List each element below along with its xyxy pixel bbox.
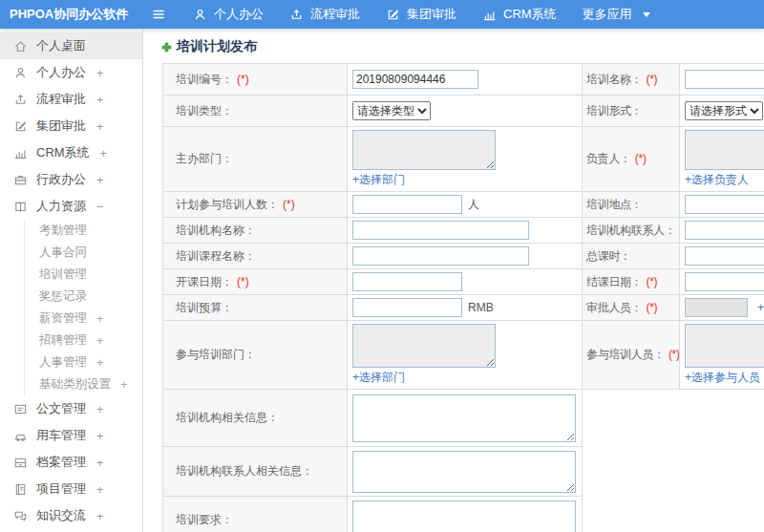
car-icon [13,429,28,443]
total-hours-input[interactable] [685,246,764,266]
expand-toggle[interactable]: + [96,333,104,348]
label-text: 开课日期： [176,275,233,288]
org-info-textarea[interactable] [352,394,576,442]
org-contact-input[interactable] [685,221,764,240]
label-text: 主办部门： [176,152,233,165]
sidebar-subitem-attendance[interactable]: 考勤管理 [25,220,142,242]
sidebar-item-archive-mgmt[interactable]: 档案管理 + [0,449,142,476]
expand-toggle[interactable]: + [96,402,104,416]
nav-more-apps[interactable]: 更多应用 [583,6,650,23]
sidebar-subitem-training-mgmt[interactable]: 培训管理 [25,264,142,286]
approver-input[interactable] [685,298,748,317]
expand-toggle[interactable]: + [96,311,104,326]
expand-toggle[interactable]: + [96,456,104,470]
select-dept-link[interactable]: +选择部门 [352,173,405,186]
sidebar-item-human-resources[interactable]: 人力资源 − [0,193,142,220]
sidebar-subitem-label: 招聘管理 [39,332,87,349]
sidebar-item-official-doc[interactable]: 公文管理 + [0,395,142,422]
training-no-input[interactable] [352,70,478,89]
planned-count-input[interactable] [352,195,462,214]
select-approver-link[interactable]: +选择审批人员 [757,300,764,316]
form-row: 参与培训部门： +选择部门 参与培训人员：(*) +选择参与人员 [163,321,764,390]
requirements-label: 培训要求： [163,497,348,532]
sidebar-item-crm-system[interactable]: CRM系统 + [0,139,142,166]
bar-chart-icon [13,146,28,160]
training-form-select[interactable]: 请选择形式 [685,101,763,120]
sidebar-subitem-recruit-mgmt[interactable]: 招聘管理 + [25,330,142,351]
org-name-input[interactable] [352,221,529,240]
nav-personal-office[interactable]: 个人办公 [193,6,264,23]
sidebar-subitem-salary-mgmt[interactable]: 薪资管理 + [25,308,142,330]
sidebar-item-workflow-approval[interactable]: 流程审批 + [0,86,142,113]
sidebar-subitem-label: 人事管理 [39,354,87,371]
course-name-input[interactable] [352,246,529,266]
leader-textarea[interactable] [685,130,764,170]
expand-toggle[interactable]: + [96,66,104,80]
nav-workflow-approval[interactable]: 流程审批 [289,6,360,23]
label-text: 培训机构联系人： [586,223,676,237]
training-no-label: 培训编号：(*) [163,64,348,96]
training-type-label: 培训类型： [163,96,348,127]
nav-crm-system[interactable]: CRM系统 [482,6,557,23]
sidebar-item-label: 个人桌面 [36,37,86,54]
document-icon [13,402,28,416]
sidebar-item-project-mgmt[interactable]: 项目管理 + [0,476,142,502]
training-name-input[interactable] [685,70,764,89]
budget-input[interactable] [352,298,462,317]
expand-toggle[interactable]: + [96,93,104,107]
briefcase-icon [13,173,28,187]
sidebar-item-group-approval[interactable]: 集团审批 + [0,113,142,139]
form-row: 培训类型： 请选择类型 培训形式： 请选择形式 [163,96,764,127]
org-name-label: 培训机构名称： [163,218,348,244]
expand-toggle[interactable]: + [96,173,104,187]
nav-group-approval[interactable]: 集团审批 [386,6,456,23]
participants-textarea[interactable] [685,324,764,368]
sidebar-subitem-hr-contract[interactable]: 人事合同 [25,242,142,264]
label-text: 培训地点： [586,198,643,211]
page-title-text: 培训计划发布 [177,38,257,55]
location-input[interactable] [685,195,764,214]
label-text: 培训机构名称： [176,223,256,237]
sidebar-item-label: 集团审批 [36,117,86,135]
participate-dept-textarea[interactable] [352,324,496,368]
sidebar-item-admin-office[interactable]: 行政办公 + [0,166,142,193]
label-text: 结课日期： [586,275,643,288]
sidebar-subitem-reward-punish[interactable]: 奖惩记录 [25,286,142,308]
expand-toggle[interactable]: + [96,509,104,523]
planned-count-label: 计划参与培训人数：(*) [163,192,348,218]
label-text: 培训要求： [176,513,233,526]
sidebar: 个人桌面 个人办公 + 流程审批 + 集团审批 + CRM系统 + 行政办公 +… [0,29,143,532]
menu-toggle-icon[interactable] [151,7,166,22]
select-dept-link[interactable]: +选择部门 [352,371,405,384]
expand-toggle[interactable]: + [96,119,104,134]
select-leader-link[interactable]: +选择负责人 [685,173,749,186]
select-participants-link[interactable]: +选择参与人员 [685,371,760,384]
training-type-select[interactable]: 请选择类型 [352,101,431,120]
edit-square-icon [13,119,28,134]
start-date-input[interactable] [352,272,462,291]
sidebar-item-personal-desktop[interactable]: 个人桌面 [0,32,142,59]
expand-toggle[interactable]: + [96,429,104,443]
approver-label: 审批人员：(*) [583,295,680,321]
collapse-toggle[interactable]: − [96,200,104,214]
workflow-icon [289,8,304,22]
requirements-textarea[interactable] [352,500,576,532]
sidebar-item-knowledge[interactable]: 知识交流 + [0,502,142,529]
end-date-input[interactable] [685,272,764,291]
expand-toggle[interactable]: + [100,146,108,160]
sidebar-subitem-base-category[interactable]: 基础类别设置 + [25,373,142,395]
expand-toggle[interactable]: + [96,355,104,370]
host-dept-textarea[interactable] [352,130,496,170]
expand-toggle[interactable]: + [120,377,128,392]
sidebar-item-vehicle-mgmt[interactable]: 用车管理 + [0,422,142,449]
sidebar-subitem-personnel-mgmt[interactable]: 人事管理 + [25,351,142,373]
sidebar-item-label: 用车管理 [36,427,86,444]
sidebar-item-label: 项目管理 [36,480,86,498]
sidebar-item-label: 流程审批 [36,91,86,108]
form-row: 培训课程名称： 总课时： [163,244,764,269]
sidebar-item-personal-office[interactable]: 个人办公 + [0,59,142,86]
main-content: 培训计划发布 培训编号：(*) 培训名称：(*) 培训类型： 请选择类型 培训形… [144,29,764,532]
form-row: 开课日期：(*) 结课日期：(*) [163,269,764,295]
org-contact-info-textarea[interactable] [352,451,576,493]
expand-toggle[interactable]: + [96,482,104,497]
